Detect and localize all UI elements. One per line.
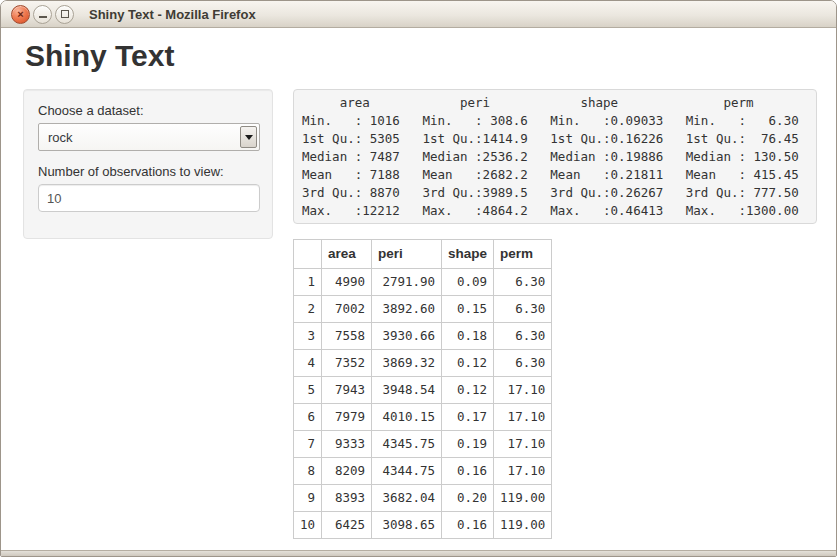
table-cell: 7979 xyxy=(322,404,372,431)
table-cell: 17.10 xyxy=(494,404,552,431)
table-header-cell: shape xyxy=(442,240,494,269)
obs-count-input[interactable] xyxy=(38,184,260,212)
layout-row: Choose a dataset: rock Number of observa… xyxy=(23,89,816,539)
table-cell: 9 xyxy=(294,485,322,512)
table-cell: 5 xyxy=(294,377,322,404)
table-row: 983933682.040.20119.00 xyxy=(294,485,552,512)
table-cell: 1 xyxy=(294,269,322,296)
page-content: Shiny Text Choose a dataset: rock Number… xyxy=(1,28,836,551)
dataset-select-value: rock xyxy=(39,130,240,145)
table-cell: 0.12 xyxy=(442,377,494,404)
table-cell: 4344.75 xyxy=(372,458,442,485)
table-cell: 4010.15 xyxy=(372,404,442,431)
obs-input-label: Number of observations to view: xyxy=(38,164,258,179)
window-titlebar: × Shiny Text - Mozilla Firefox xyxy=(1,1,836,28)
table-cell: 3 xyxy=(294,323,322,350)
table-cell: 0.16 xyxy=(442,458,494,485)
table-cell: 7352 xyxy=(322,350,372,377)
dataset-select-label: Choose a dataset: xyxy=(38,103,258,118)
table-cell: 0.20 xyxy=(442,485,494,512)
table-cell: 0.18 xyxy=(442,323,494,350)
table-cell: 0.17 xyxy=(442,404,494,431)
table-row: 1064253098.650.16119.00 xyxy=(294,512,552,539)
table-cell: 4990 xyxy=(322,269,372,296)
summary-output: area peri shape perm Min. : 1016 Min. : … xyxy=(293,89,817,224)
table-header-cell: perm xyxy=(494,240,552,269)
table-cell: 119.00 xyxy=(494,512,552,539)
window-title: Shiny Text - Mozilla Firefox xyxy=(89,7,256,22)
table-header-cell xyxy=(294,240,322,269)
table-row: 679794010.150.1717.10 xyxy=(294,404,552,431)
page-title: Shiny Text xyxy=(23,28,816,73)
window-minimize-button[interactable] xyxy=(33,5,52,24)
window-maximize-button[interactable] xyxy=(55,5,74,24)
table-cell: 7558 xyxy=(322,323,372,350)
table-cell: 0.16 xyxy=(442,512,494,539)
table-cell: 17.10 xyxy=(494,377,552,404)
table-cell: 0.12 xyxy=(442,350,494,377)
main-panel: area peri shape perm Min. : 1016 Min. : … xyxy=(293,89,817,539)
table-cell: 10 xyxy=(294,512,322,539)
dataset-select[interactable]: rock xyxy=(38,123,260,151)
table-row: 473523869.320.126.30 xyxy=(294,350,552,377)
table-header-cell: peri xyxy=(372,240,442,269)
close-icon: × xyxy=(17,9,23,20)
table-header: areaperishapeperm xyxy=(294,240,552,269)
table-row: 375583930.660.186.30 xyxy=(294,323,552,350)
table-cell: 7 xyxy=(294,431,322,458)
table-cell: 6.30 xyxy=(494,323,552,350)
table-header-cell: area xyxy=(322,240,372,269)
table-cell: 9333 xyxy=(322,431,372,458)
table-cell: 6425 xyxy=(322,512,372,539)
table-row: 270023892.600.156.30 xyxy=(294,296,552,323)
table-cell: 6.30 xyxy=(494,269,552,296)
table-cell: 3098.65 xyxy=(372,512,442,539)
table-row: 882094344.750.1617.10 xyxy=(294,458,552,485)
table-cell: 4345.75 xyxy=(372,431,442,458)
table-header-row: areaperishapeperm xyxy=(294,240,552,269)
table-cell: 3930.66 xyxy=(372,323,442,350)
window-resize-edge[interactable] xyxy=(1,550,836,556)
firefox-window: × Shiny Text - Mozilla Firefox Shiny Tex… xyxy=(0,0,837,557)
table-cell: 7002 xyxy=(322,296,372,323)
table-cell: 6 xyxy=(294,404,322,431)
table-cell: 0.19 xyxy=(442,431,494,458)
table-cell: 17.10 xyxy=(494,431,552,458)
table-cell: 3892.60 xyxy=(372,296,442,323)
table-cell: 2 xyxy=(294,296,322,323)
chevron-down-icon[interactable] xyxy=(240,126,257,148)
table-cell: 4 xyxy=(294,350,322,377)
table-cell: 119.00 xyxy=(494,485,552,512)
table-cell: 0.09 xyxy=(442,269,494,296)
sidebar-panel: Choose a dataset: rock Number of observa… xyxy=(23,89,273,239)
table-cell: 7943 xyxy=(322,377,372,404)
table-body: 149902791.900.096.30270023892.600.156.30… xyxy=(294,269,552,539)
table-row: 149902791.900.096.30 xyxy=(294,269,552,296)
table-row: 793334345.750.1917.10 xyxy=(294,431,552,458)
table-cell: 6.30 xyxy=(494,296,552,323)
table-cell: 8 xyxy=(294,458,322,485)
observations-table: areaperishapeperm 149902791.900.096.3027… xyxy=(293,239,552,539)
table-cell: 3869.32 xyxy=(372,350,442,377)
table-cell: 17.10 xyxy=(494,458,552,485)
table-cell: 3682.04 xyxy=(372,485,442,512)
window-close-button[interactable]: × xyxy=(11,5,30,24)
table-cell: 6.30 xyxy=(494,350,552,377)
maximize-icon xyxy=(61,10,69,18)
table-cell: 2791.90 xyxy=(372,269,442,296)
table-cell: 3948.54 xyxy=(372,377,442,404)
table-row: 579433948.540.1217.10 xyxy=(294,377,552,404)
minimize-icon xyxy=(39,16,47,18)
table-cell: 8393 xyxy=(322,485,372,512)
table-cell: 8209 xyxy=(322,458,372,485)
table-cell: 0.15 xyxy=(442,296,494,323)
